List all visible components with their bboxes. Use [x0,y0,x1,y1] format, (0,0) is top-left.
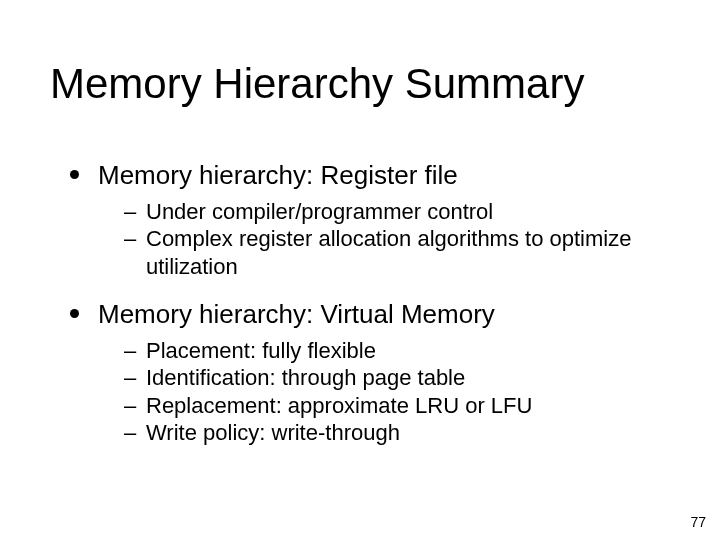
bullet-text: Memory hierarchy: Virtual Memory [98,299,495,329]
bullet-level1: Memory hierarchy: Register file [70,159,665,192]
bullet-level2: Complex register allocation algorithms t… [124,225,665,280]
bullet-level2-group: Under compiler/programmer control Comple… [70,198,665,281]
bullet-level2-group: Placement: fully flexible Identification… [70,337,665,447]
bullet-text: Memory hierarchy: Register file [98,160,458,190]
page-number: 77 [690,514,706,530]
slide-title: Memory Hierarchy Summary [50,62,584,106]
bullet-text: Under compiler/programmer control [146,199,493,224]
slide-body: Memory hierarchy: Register file Under co… [70,155,665,465]
bullet-text: Identification: through page table [146,365,465,390]
bullet-level2: Placement: fully flexible [124,337,665,365]
bullet-text: Complex register allocation algorithms t… [146,226,631,279]
bullet-text: Placement: fully flexible [146,338,376,363]
bullet-text: Replacement: approximate LRU or LFU [146,393,532,418]
bullet-level2: Under compiler/programmer control [124,198,665,226]
bullet-level2: Write policy: write-through [124,419,665,447]
bullet-level2: Replacement: approximate LRU or LFU [124,392,665,420]
slide: Memory Hierarchy Summary Memory hierarch… [0,0,720,540]
bullet-level1: Memory hierarchy: Virtual Memory [70,298,665,331]
bullet-text: Write policy: write-through [146,420,400,445]
bullet-level2: Identification: through page table [124,364,665,392]
